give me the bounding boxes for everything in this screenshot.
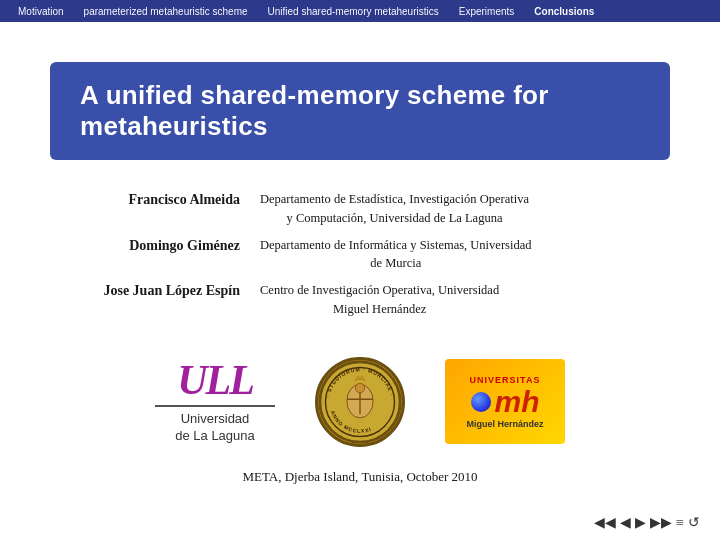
author-row-3: Jose Juan López Espín Centro de Investig…	[50, 281, 670, 319]
slide-title-box: A unified shared-memory scheme for metah…	[50, 62, 670, 160]
nav-first-icon[interactable]: ◀◀	[594, 514, 616, 531]
slide-title: A unified shared-memory scheme for metah…	[80, 80, 640, 142]
nav-item-conclusions[interactable]: Conclusions	[524, 6, 604, 17]
nav-prev-icon[interactable]: ◀	[620, 514, 631, 531]
authors-section: Francisco Almeida Departamento de Estadí…	[50, 190, 670, 319]
murcia-logo-svg: · STUDIORUM · MURCIAE · ANNO MCCLXXI	[318, 357, 402, 447]
murcia-logo: · STUDIORUM · MURCIAE · ANNO MCCLXXI	[315, 357, 405, 447]
nav-item-parameterized[interactable]: parameterized metaheuristic scheme	[74, 6, 258, 17]
nav-last-icon[interactable]: ▶▶	[650, 514, 672, 531]
mh-logo: UNIVERSITAS mh Miguel Hernández	[445, 359, 565, 444]
logos-section: ULL Universidadde La Laguna · STUDIORUM …	[50, 357, 670, 447]
nav-item-motivation[interactable]: Motivation	[8, 6, 74, 17]
author-name-2: Domingo Giménez	[50, 236, 240, 254]
svg-point-5	[355, 383, 364, 392]
author-name-1: Francisco Almeida	[50, 190, 240, 208]
mh-logo-universitas: UNIVERSITAS	[470, 375, 541, 385]
ull-logo-line	[155, 405, 275, 407]
mh-logo-main: mh	[471, 385, 540, 419]
author-affil-3: Centro de Investigación Operativa, Unive…	[260, 281, 499, 319]
author-row-1: Francisco Almeida Departamento de Estadí…	[50, 190, 670, 228]
ull-logo-label: Universidadde La Laguna	[175, 411, 255, 445]
nav-item-experiments[interactable]: Experiments	[449, 6, 525, 17]
ull-logo-text: ULL	[177, 359, 253, 401]
slide-content: A unified shared-memory scheme for metah…	[0, 22, 720, 541]
author-row-2: Domingo Giménez Departamento de Informát…	[50, 236, 670, 274]
author-affil-1: Departamento de Estadística, Investigaci…	[260, 190, 529, 228]
mh-letters: mh	[495, 385, 540, 419]
author-affil-2: Departamento de Informática y Sistemas, …	[260, 236, 531, 274]
bottom-navigation: ◀◀ ◀ ▶ ▶▶ ≡ ↺	[594, 514, 700, 531]
author-name-3: Jose Juan López Espín	[50, 281, 240, 299]
nav-next-icon[interactable]: ▶	[635, 514, 646, 531]
nav-menu-icon[interactable]: ≡	[676, 515, 684, 531]
ull-logo: ULL Universidadde La Laguna	[155, 359, 275, 445]
mh-sphere-icon	[471, 392, 491, 412]
navigation-bar: Motivation parameterized metaheuristic s…	[0, 0, 720, 22]
mh-logo-bottom-label: Miguel Hernández	[466, 419, 543, 429]
nav-item-unified[interactable]: Unified shared-memory metaheuristics	[258, 6, 449, 17]
conference-info: META, Djerba Island, Tunisia, October 20…	[50, 469, 670, 485]
nav-refresh-icon[interactable]: ↺	[688, 514, 700, 531]
